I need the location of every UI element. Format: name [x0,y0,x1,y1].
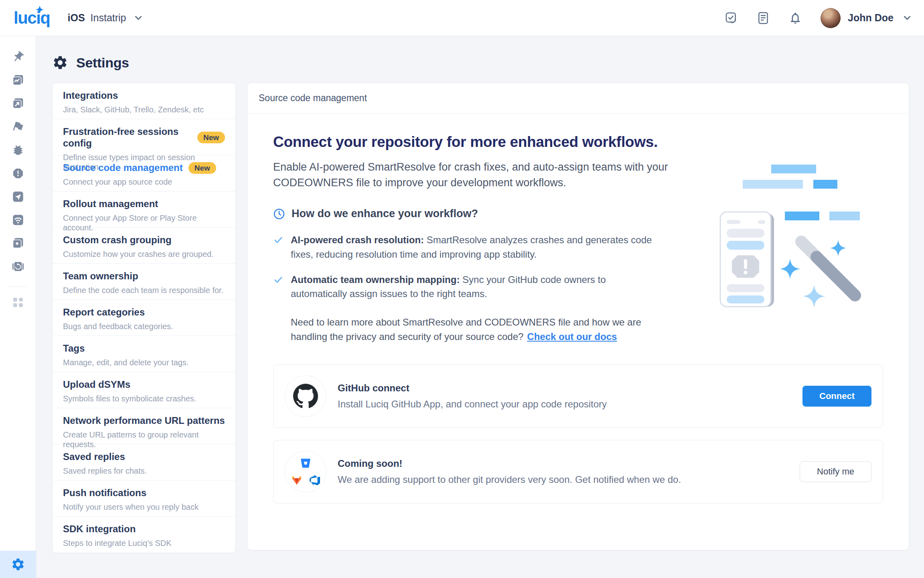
settings-nav-item[interactable]: Upload dSYMs Symbols files to symbolicat… [53,372,235,408]
settings-nav-item-subtitle: Manage, edit, and delete your tags. [63,358,225,367]
page-header: Settings [52,55,909,71]
settings-nav-item-title: Team ownership [63,271,138,282]
github-card-subtitle: Install Luciq GitHub App, and connect yo… [338,399,791,410]
notifications-bell-icon[interactable] [788,11,802,25]
settings-nav-item-title: Network performance URL patterns [63,415,225,427]
settings-nav-item[interactable]: Network performance URL patterns Create … [53,408,235,444]
workflow-bullet: AI-powered crash resolution: SmartResolv… [273,233,660,261]
main-content: Settings Integrations Jira, Slack, GitHu… [36,36,924,578]
github-card-title: GitHub connect [338,383,791,394]
luciq-logo[interactable]: luciq [14,10,50,26]
whats-new-icon[interactable] [724,11,738,25]
check-icon [273,235,284,245]
bullet-lead: AI-powered crash resolution: [291,234,424,245]
azure-devops-icon [310,475,320,485]
source-code-management-panel: Source code management Connect your repo… [247,83,909,550]
luciq-logo-spark-icon [35,5,45,14]
panel-header: Source code management [247,83,909,114]
workflow-bullet: Automatic team ownership mapping: Sync y… [273,273,660,301]
settings-nav-item-title: SDK integration [63,523,136,535]
left-icon-rail [0,36,36,578]
app-name-label: Instatrip [91,12,126,24]
user-avatar [821,8,841,28]
settings-nav-item-subtitle: Customize how your crashes are grouped. [63,249,225,259]
settings-nav-item-title: Rollout management [63,198,158,210]
settings-nav-item[interactable]: Saved replies Saved replies for chats. [53,444,235,480]
new-badge: New [188,162,216,174]
settings-nav-item[interactable]: Custom crash grouping Customize how your… [53,228,235,264]
coming-soon-title: Coming soon! [338,458,788,469]
gitlab-icon [291,475,302,485]
settings-nav-list: Integrations Jira, Slack, GitHub, Trello… [52,83,236,553]
app-switcher[interactable]: iOS Instatrip [68,12,142,24]
settings-nav-item-subtitle: Bugs and feedback categories. [63,322,225,331]
settings-nav-item[interactable]: Report categories Bugs and feedback cate… [53,300,235,336]
settings-nav-item-subtitle: Notify your users when you reply back [63,502,225,512]
network-icon[interactable] [12,214,24,226]
settings-nav-item-title: Upload dSYMs [63,379,130,391]
github-icon [293,384,318,409]
user-menu-chevron-down-icon [904,16,910,20]
settings-nav-item-title: Push notifications [63,487,146,499]
notify-me-button[interactable]: Notify me [800,461,871,482]
github-connect-card: GitHub connect Install Luciq GitHub App,… [273,364,883,428]
clock-icon [273,208,285,220]
settings-nav-item-subtitle: Define the code each team is responsible… [63,285,225,295]
top-bar: luciq iOS Instatrip John Doe [0,0,924,36]
sidebar-item-settings-selected[interactable] [0,551,36,578]
check-icon [273,275,284,285]
bullet-lead: Automatic team ownership mapping: [291,274,460,285]
coming-soon-card: Coming soon! We are adding support to ot… [273,440,883,503]
settings-title-gear-icon [52,55,68,71]
settings-nav-item-subtitle: Symbols files to symbolicate crashes. [63,394,225,403]
settings-nav-item[interactable]: Team ownership Define the code each team… [53,264,235,300]
settings-nav-item-title: Frustration-free sessions config [63,126,192,149]
analytics-icon[interactable] [12,74,24,87]
workflow-illustration [718,161,867,315]
docs-paragraph: Need to learn more about SmartResolve an… [291,315,670,344]
page-title: Settings [76,55,129,71]
coming-soon-subtitle: We are adding support to other git provi… [338,474,788,485]
docs-link[interactable]: Check out our docs [527,331,617,342]
release-notes-icon[interactable] [756,11,770,25]
hero-subtitle: Enable AI-powered SmartResolve for crash… [273,159,670,191]
pin-icon[interactable] [12,51,24,63]
settings-nav-item-title: Source code management [63,162,183,174]
apps-grid-icon[interactable] [12,296,24,309]
user-name: John Doe [848,12,894,24]
settings-nav-item[interactable]: Integrations Jira, Slack, GitHub, Trello… [53,83,235,119]
user-menu[interactable]: John Doe [821,8,910,28]
settings-nav-item[interactable]: Frustration-free sessions config New Def… [53,119,235,155]
chevron-down-icon [135,16,142,20]
connect-button[interactable]: Connect [802,386,871,407]
feature-flags-icon[interactable] [12,120,24,133]
session-replay-icon[interactable] [12,260,24,273]
settings-nav-item-subtitle: Jira, Slack, GitHub, Trello, Zendesk, et… [63,105,225,114]
settings-nav-item[interactable]: SDK integration Steps to integrate Luciq… [53,517,235,553]
settings-nav-item-title: Tags [63,343,85,354]
crashes-icon[interactable] [12,167,24,180]
platform-label: iOS [68,12,85,24]
settings-nav-item-title: Saved replies [63,451,125,463]
bitbucket-icon [300,457,312,469]
rail-divider [9,287,27,287]
github-logo-circle [285,375,326,417]
settings-nav-item-title: Integrations [63,90,118,102]
hero-title: Connect your repository for more enhance… [273,134,883,151]
settings-nav-item[interactable]: Rollout management Connect your App Stor… [53,191,235,228]
surveys-icon[interactable] [12,190,24,203]
settings-nav-item-title: Report categories [63,307,145,318]
settings-nav-item[interactable]: Tags Manage, edit, and delete your tags. [53,336,235,372]
sessions-icon[interactable] [12,97,24,110]
git-providers-circle [285,451,326,493]
workflow-section-title: How do we enhance your workflow? [292,208,478,220]
settings-nav-item-subtitle: Connect your app source code [63,177,225,187]
settings-nav-item-title: Custom crash grouping [63,234,172,246]
settings-nav-item-subtitle: Saved replies for chats. [63,466,225,476]
bugs-icon[interactable] [12,144,24,157]
featured-requests-icon[interactable] [12,237,24,250]
settings-nav-item[interactable]: Push notifications Notify your users whe… [53,480,235,517]
settings-nav-item-subtitle: Steps to integrate Luciq's SDK [63,538,225,548]
settings-gear-icon [11,557,25,572]
new-badge: New [197,132,225,143]
